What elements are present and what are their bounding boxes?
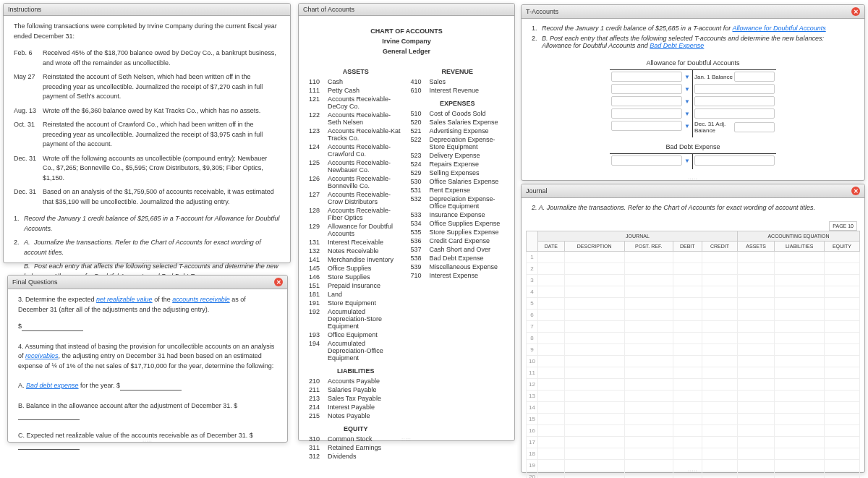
ta-input[interactable] (611, 84, 682, 94)
journal-row[interactable]: 16 (527, 425, 860, 437)
journal-row[interactable]: 11 (527, 367, 860, 379)
journal-header: Journal ✕ (522, 184, 864, 198)
q3-input[interactable] (22, 322, 83, 331)
journal-row[interactable]: 12 (527, 379, 860, 390)
journal-row[interactable]: 3 (527, 275, 860, 286)
ta-input[interactable] (611, 155, 682, 166)
col-equity: EQUITY (824, 242, 859, 252)
q4c-input[interactable] (18, 440, 80, 450)
resize-grip[interactable]: ::::: (132, 259, 161, 263)
taccounts-panel: T-Accounts ✕ 1.Record the January 1 cred… (521, 4, 865, 181)
dropdown-icon[interactable]: ▼ (684, 157, 691, 164)
resize-grip[interactable]: ::::: (678, 469, 707, 472)
trans-desc: Wrote off the $6,360 balance owed by Kat… (43, 106, 280, 116)
taccounts-title: T-Accounts (526, 8, 558, 15)
account-row: 214Interest Payable (309, 404, 403, 411)
account-row: 524Repairs Expense (410, 161, 504, 168)
journal-group-header: JOURNAL (538, 231, 738, 242)
q4a-input[interactable] (120, 381, 182, 390)
col-date: DATE (538, 242, 565, 252)
account-row: 132Notes Receivable (309, 247, 403, 255)
trans-desc: Based on an analysis of the $1,759,500 o… (43, 187, 280, 207)
close-icon[interactable]: ✕ (851, 187, 860, 195)
receivables-link[interactable]: receivables (25, 352, 59, 359)
account-row: 211Salaries Payable (309, 386, 403, 393)
close-icon[interactable]: ✕ (851, 7, 860, 16)
journal-row[interactable]: 8 (527, 333, 860, 344)
journal-row[interactable]: 4 (527, 286, 860, 298)
account-row: 537Cash Short and Over (410, 246, 504, 253)
journal-row[interactable]: 17 (527, 437, 860, 448)
ta-input[interactable] (611, 96, 682, 106)
journal-row[interactable]: 5 (527, 298, 860, 310)
instructions-header: Instructions (4, 4, 290, 16)
resize-grip[interactable]: ::::: (133, 438, 162, 442)
dropdown-icon[interactable]: ▼ (684, 110, 691, 117)
bde-link[interactable]: Bad debt expense (26, 382, 79, 389)
account-row: 539Miscellaneous Expense (410, 263, 504, 270)
journal-row[interactable]: 2 (527, 263, 860, 275)
ta-input[interactable] (734, 122, 775, 132)
account-row: 125Accounts Receivable-Newbauer Co. (309, 159, 403, 174)
account-row: 535Store Supplies Expense (410, 229, 504, 236)
account-row: 141Merchandise Inventory (309, 256, 403, 263)
journal-panel: Journal ✕ 2. A. Journalize the transacti… (521, 184, 865, 473)
account-row: 213Sales Tax Payable (309, 395, 403, 402)
dropdown-icon[interactable]: ▼ (684, 73, 691, 80)
account-row: 410Sales (410, 78, 504, 85)
trans-date: Aug. 13 (14, 106, 43, 116)
bde-link[interactable]: Bad Debt Expense (650, 42, 704, 49)
account-row: 121Accounts Receivable-DeCoy Co. (309, 95, 403, 110)
question-4b: B. Balance in the allowance account afte… (18, 401, 277, 421)
ta-input[interactable] (694, 96, 775, 106)
ta-input[interactable] (611, 121, 682, 131)
journal-row[interactable]: 9 (527, 344, 860, 356)
question-4a: A. Bad debt expense for the year. $ (18, 381, 277, 391)
account-row: 193Office Equipment (309, 331, 403, 338)
resize-grip[interactable]: ::::: (678, 176, 707, 180)
account-row: 192Accumulated Depreciation-Store Equipm… (309, 308, 403, 330)
account-row: 310Common Stock (309, 435, 403, 443)
nrv-link[interactable]: net realizable value (96, 296, 153, 303)
final-questions-panel: Final Questions ✕ 3. Determine the expec… (7, 275, 288, 443)
chart-company: Irvine Company (309, 38, 504, 45)
account-row: 610Interest Revenue (410, 87, 504, 94)
journal-row[interactable]: 1 (527, 252, 860, 263)
account-row: 312Dividends (309, 453, 403, 460)
ta-input[interactable] (611, 72, 682, 82)
trans-date: Oct. 31 (14, 120, 43, 150)
q4b-input[interactable] (18, 411, 80, 420)
allowance-link[interactable]: Allowance for Doubtful Accounts (733, 25, 826, 32)
question-4: 4. Assuming that instead of basing the p… (18, 342, 277, 372)
trans-date: May 27 (14, 72, 43, 102)
col-liab: LIABILITIES (775, 242, 825, 252)
account-row: 522Depreciation Expense-Store Equipment (410, 136, 504, 150)
account-row: 538Bad Debt Expense (410, 255, 504, 262)
journal-row[interactable]: 18 (527, 448, 860, 460)
ta-input[interactable] (694, 108, 775, 119)
chart-title: Chart of Accounts (303, 6, 354, 13)
journal-row[interactable]: 14 (527, 402, 860, 414)
ta-input[interactable] (734, 72, 775, 82)
journal-row[interactable]: 7 (527, 321, 860, 333)
question-3: 3. Determine the expected net realizable… (18, 295, 277, 332)
account-row: 510Cost of Goods Sold (410, 110, 504, 117)
trans-date: Feb. 6 (14, 48, 43, 68)
ar-link[interactable]: accounts receivable (172, 296, 230, 303)
resize-grip[interactable]: ::::: (392, 437, 421, 440)
close-icon[interactable]: ✕ (274, 278, 283, 286)
journal-row[interactable]: 6 (527, 310, 860, 321)
ta-input[interactable] (611, 108, 682, 119)
journal-row[interactable]: 10 (527, 356, 860, 367)
account-row: 521Advertising Expense (410, 127, 504, 135)
ta-input[interactable] (694, 84, 775, 94)
dropdown-icon[interactable]: ▼ (684, 85, 691, 93)
account-row: 215Notes Payable (309, 412, 403, 419)
account-row: 123Accounts Receivable-Kat Tracks Co. (309, 127, 403, 142)
ta-input[interactable] (694, 155, 775, 166)
journal-row[interactable]: 13 (527, 390, 860, 402)
dropdown-icon[interactable]: ▼ (684, 122, 691, 129)
journal-row[interactable]: 15 (527, 414, 860, 425)
dropdown-icon[interactable]: ▼ (684, 98, 691, 105)
account-row: 110Cash (309, 78, 403, 85)
